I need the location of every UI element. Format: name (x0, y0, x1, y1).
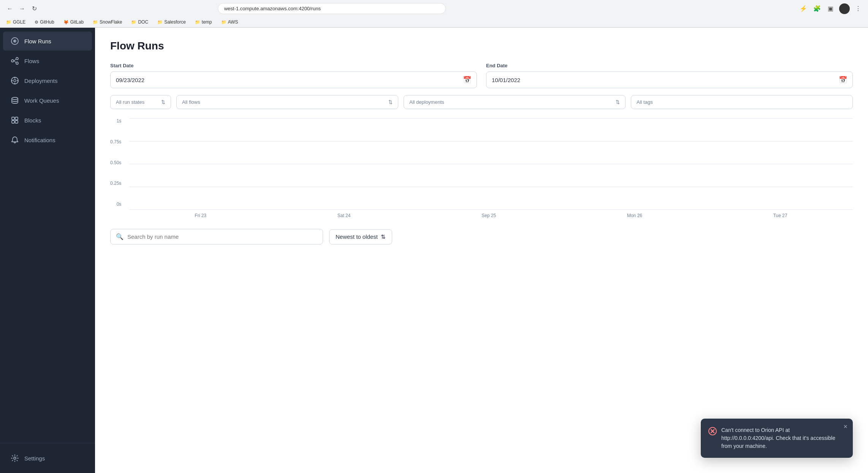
bookmark-label: GitLab (70, 19, 84, 25)
address-bar[interactable]: west-1.compute.amazonaws.com:4200/runs (218, 3, 446, 14)
y-label-0s: 0s (117, 202, 122, 207)
sidebar-bottom: Settings (0, 443, 95, 473)
bookmark-label: GitHub (40, 19, 54, 25)
page-title: Flow Runs (110, 40, 853, 52)
sidebar-toggle-button[interactable]: ▣ (825, 3, 836, 14)
svg-point-4 (16, 62, 18, 64)
flows-icon (11, 57, 19, 65)
sidebar-item-label-flows: Flows (24, 58, 39, 64)
svg-rect-15 (15, 121, 18, 123)
sidebar-item-blocks[interactable]: Blocks (3, 111, 92, 130)
end-date-calendar-icon[interactable]: 📅 (839, 76, 847, 84)
content-area: Flow Runs Start Date 📅 End Date 📅 (95, 28, 868, 257)
reload-button[interactable]: ↻ (29, 3, 40, 14)
blocks-icon (11, 116, 19, 124)
svg-point-6 (14, 79, 16, 82)
end-date-input-wrap: 📅 (486, 71, 853, 88)
sidebar-item-flow-runs[interactable]: Flow Runs (3, 32, 92, 51)
tags-label: All tags (637, 99, 653, 105)
bookmark-label: SnowFlake (100, 19, 122, 25)
bookmark-snowflake[interactable]: 📁 SnowFlake (91, 19, 124, 25)
search-input[interactable] (127, 233, 317, 240)
menu-button[interactable]: ⋮ (853, 3, 863, 14)
run-states-filter[interactable]: All run states ⇅ (110, 95, 171, 109)
sidebar-item-flows[interactable]: Flows (3, 51, 92, 70)
start-date-input-wrap: 📅 (110, 71, 477, 88)
folder-icon: 📁 (195, 20, 200, 25)
chart-area: 1s 0.75s 0.50s 0.25s 0s Fri 23 Sat 24 Se… (110, 118, 853, 218)
bookmarks-bar: 📁 GGLE ⚙ GitHub 🦊 GitLab 📁 SnowFlake 📁 D… (0, 17, 868, 27)
svg-point-16 (14, 457, 16, 459)
bookmark-gitlab[interactable]: 🦊 GitLab (62, 19, 85, 25)
date-filter-row: Start Date 📅 End Date 📅 (110, 63, 853, 88)
x-label-mon26: Mon 26 (627, 213, 642, 218)
x-label-fri23: Fri 23 (195, 213, 206, 218)
flow-runs-icon (11, 37, 19, 45)
bookmark-github[interactable]: ⚙ GitHub (33, 19, 55, 25)
bookmark-salesforce[interactable]: 📁 Salesforce (156, 19, 187, 25)
x-label-sat24: Sat 24 (337, 213, 351, 218)
sort-label: Newest to oldest (336, 233, 378, 240)
svg-point-8 (14, 83, 16, 84)
browser-actions: ⚡ 🧩 ▣ ⋮ (798, 3, 863, 14)
toast-notification: Can't connect to Orion API at http://0.0… (701, 419, 853, 458)
nav-buttons: ← → ↻ (5, 3, 40, 14)
start-date-calendar-icon[interactable]: 📅 (463, 76, 471, 84)
end-date-label: End Date (486, 63, 853, 68)
bookmark-temp[interactable]: 📁 temp (193, 19, 214, 25)
end-date-input[interactable] (492, 77, 839, 83)
extensions-button[interactable]: ⚡ (798, 3, 809, 14)
puzzle-button[interactable]: 🧩 (812, 3, 822, 14)
browser-toolbar: ← → ↻ west-1.compute.amazonaws.com:4200/… (0, 0, 868, 17)
folder-icon: 📁 (131, 20, 136, 25)
chart-grid-line-2 (129, 141, 853, 164)
bookmark-label: AWS (228, 19, 238, 25)
app-layout: Flow Runs Flows (0, 28, 868, 473)
folder-icon: 📁 (221, 20, 227, 25)
github-icon: ⚙ (35, 20, 38, 25)
deployments-filter[interactable]: All deployments ⇅ (404, 95, 626, 109)
bookmark-ggle[interactable]: 📁 GGLE (5, 19, 27, 25)
x-label-sep25: Sep 25 (482, 213, 496, 218)
svg-point-9 (12, 80, 13, 81)
folder-icon: 📁 (6, 20, 11, 25)
svg-rect-12 (12, 117, 14, 120)
bookmark-label: temp (202, 19, 212, 25)
sidebar-item-label-notifications: Notifications (24, 137, 55, 143)
toast-close-button[interactable]: × (843, 423, 847, 430)
settings-icon (11, 454, 19, 462)
gitlab-icon: 🦊 (63, 20, 69, 25)
back-button[interactable]: ← (5, 3, 15, 14)
chart-x-labels: Fri 23 Sat 24 Sep 25 Mon 26 Tue 27 (129, 210, 853, 218)
sidebar-nav: Flow Runs Flows (0, 28, 95, 443)
sidebar-item-label-settings: Settings (24, 455, 45, 462)
start-date-group: Start Date 📅 (110, 63, 477, 88)
folder-icon: 📁 (93, 20, 98, 25)
start-date-input[interactable] (116, 77, 463, 83)
y-label-075s: 0.75s (110, 139, 121, 144)
deployments-label: All deployments (409, 99, 444, 105)
sidebar-item-work-queues[interactable]: Work Queues (3, 91, 92, 110)
sidebar-item-label-deployments: Deployments (24, 78, 58, 84)
bookmark-doc[interactable]: 📁 DOC (130, 19, 150, 25)
svg-rect-13 (15, 117, 18, 120)
tags-filter[interactable]: All tags (631, 95, 853, 109)
run-states-chevron-icon: ⇅ (161, 99, 165, 105)
chart-grid-line-3 (129, 164, 853, 187)
search-sort-row: 🔍 Newest to oldest ⇅ (110, 229, 853, 244)
main-content: Flow Runs Start Date 📅 End Date 📅 (95, 28, 868, 473)
flows-filter[interactable]: All flows ⇅ (176, 95, 398, 109)
svg-point-2 (11, 60, 14, 62)
svg-rect-14 (12, 121, 14, 123)
bookmark-label: Salesforce (164, 19, 186, 25)
sort-select[interactable]: Newest to oldest ⇅ (329, 229, 392, 244)
sidebar-item-deployments[interactable]: Deployments (3, 71, 92, 90)
y-label-025s: 0.25s (110, 181, 121, 186)
forward-button[interactable]: → (17, 3, 27, 14)
sidebar: Flow Runs Flows (0, 28, 95, 473)
bookmark-aws[interactable]: 📁 AWS (220, 19, 240, 25)
toast-error-icon (708, 427, 717, 435)
sidebar-item-settings[interactable]: Settings (3, 449, 92, 468)
search-icon: 🔍 (116, 233, 124, 240)
sidebar-item-notifications[interactable]: Notifications (3, 130, 92, 149)
